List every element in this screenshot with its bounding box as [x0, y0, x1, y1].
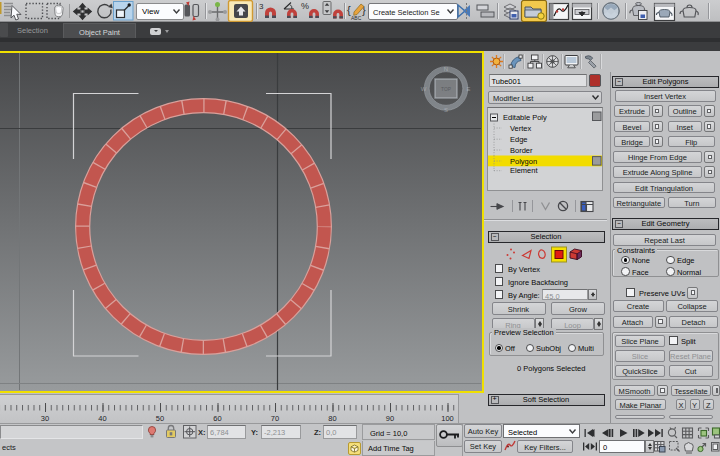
- svg-text:60: 60: [213, 414, 221, 423]
- svg-text:%: %: [301, 1, 309, 11]
- svg-text:TOP: TOP: [441, 87, 451, 92]
- svg-text:E: E: [466, 86, 470, 92]
- svg-text:Edge: Edge: [510, 134, 528, 143]
- svg-text:50: 50: [156, 414, 164, 423]
- svg-text:S: S: [444, 107, 448, 113]
- svg-text:3: 3: [259, 2, 264, 11]
- svg-text:Editable Poly: Editable Poly: [503, 113, 547, 122]
- svg-text:40: 40: [98, 414, 106, 423]
- svg-text:90: 90: [386, 414, 394, 423]
- svg-text:70: 70: [271, 414, 279, 423]
- svg-text:Polygon: Polygon: [510, 156, 537, 165]
- svg-text:80: 80: [328, 414, 336, 423]
- svg-text:Border: Border: [510, 145, 533, 154]
- svg-text:30: 30: [41, 414, 49, 423]
- svg-text:100: 100: [441, 414, 454, 423]
- svg-text:Element: Element: [510, 166, 538, 175]
- svg-text:W: W: [421, 86, 427, 92]
- svg-text:Vertex: Vertex: [510, 123, 532, 132]
- svg-text:ABC: ABC: [351, 15, 362, 21]
- svg-text:N: N: [444, 66, 448, 72]
